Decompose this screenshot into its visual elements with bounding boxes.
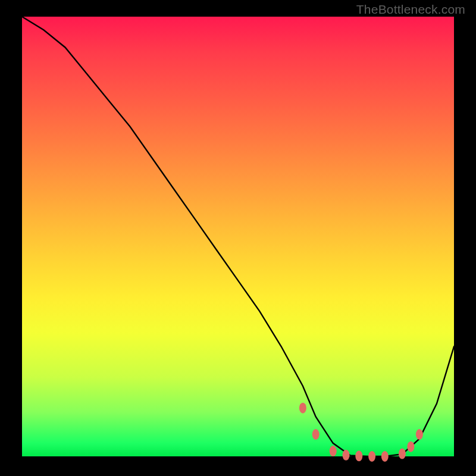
highlight-dot (416, 429, 423, 440)
highlight-dot (355, 450, 362, 461)
highlight-dot (399, 449, 406, 459)
highlight-dot (407, 441, 414, 452)
highlight-dot (343, 450, 350, 461)
chart-container: TheBottleneck.com (0, 0, 476, 476)
highlight-dot (330, 446, 337, 456)
highlight-dot (312, 429, 320, 440)
highlight-dot (299, 403, 306, 414)
highlight-dot (368, 451, 375, 462)
curve-svg (22, 17, 454, 456)
watermark-text: TheBottleneck.com (356, 2, 465, 17)
plot-area (22, 17, 454, 456)
bottleneck-curve (22, 17, 454, 456)
highlight-dots (299, 403, 423, 462)
highlight-dot (381, 451, 389, 462)
